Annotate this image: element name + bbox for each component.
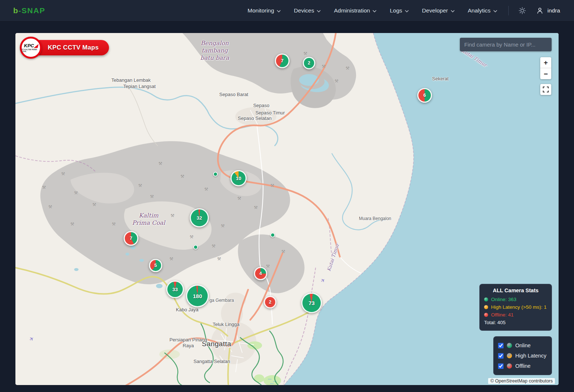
camera-cluster-marker[interactable]: 7 xyxy=(124,231,138,246)
camera-stats-panel: ALL Camera Stats Online: 363 High Latenc… xyxy=(479,284,552,331)
layer-toggle-checkbox[interactable] xyxy=(498,353,504,359)
cluster-count: 7 xyxy=(281,58,284,63)
camera-cluster-marker[interactable]: 180 xyxy=(186,285,209,307)
chevron-down-icon xyxy=(373,10,377,12)
offline-legend-dot xyxy=(507,363,512,369)
zoom-out-button[interactable]: − xyxy=(540,68,551,79)
camera-search xyxy=(460,38,552,51)
theme-toggle-button[interactable] xyxy=(518,7,526,15)
chevron-down-icon xyxy=(277,10,281,12)
cluster-count: 5 xyxy=(155,263,157,268)
legend-label: Online xyxy=(515,342,531,348)
camera-cluster-marker[interactable]: 4 xyxy=(254,267,267,280)
user-icon xyxy=(536,7,544,15)
layer-toggle-checkbox[interactable] xyxy=(498,343,504,348)
stats-row-offline: Offline: 41 xyxy=(484,311,547,319)
chevron-down-icon xyxy=(451,10,455,12)
camera-marker[interactable] xyxy=(193,245,198,250)
camera-cluster-marker[interactable]: 2 xyxy=(303,57,315,69)
cluster-count: 4 xyxy=(259,271,262,276)
camera-cluster-marker[interactable]: 10 xyxy=(230,170,247,186)
nav-item-logs[interactable]: Logs xyxy=(390,7,409,14)
top-nav: b-SNAP Monitoring Devices Administration… xyxy=(0,0,574,21)
stats-title: ALL Camera Stats xyxy=(484,287,547,293)
kpc-logo: KPC◢ PT KALTIM PRIMA COAL xyxy=(20,37,42,59)
online-legend-dot xyxy=(507,343,512,348)
stats-row-latency: High Latency (>50 ms): 1 xyxy=(484,303,547,311)
fullscreen-button[interactable] xyxy=(540,84,551,95)
camera-cluster-marker[interactable]: 2 xyxy=(264,296,276,308)
legend-row-latency: High Latency xyxy=(498,351,547,361)
username: indra xyxy=(548,7,560,14)
cluster-count: 2 xyxy=(308,61,310,66)
layer-toggle-checkbox[interactable] xyxy=(498,363,504,369)
camera-marker[interactable] xyxy=(270,233,275,238)
legend-row-offline: Offline xyxy=(498,361,547,371)
app-logo[interactable]: b-SNAP xyxy=(13,6,45,15)
stats-total: Total: 405 xyxy=(484,319,547,327)
nav-item-administration[interactable]: Administration xyxy=(334,7,377,14)
camera-cluster-marker[interactable]: 73 xyxy=(301,293,322,313)
logo-rest: -SNAP xyxy=(18,6,45,15)
user-menu[interactable]: indra xyxy=(536,7,560,15)
cluster-count: 73 xyxy=(309,300,315,306)
zoom-in-button[interactable]: + xyxy=(540,57,551,68)
map-title[interactable]: KPC CCTV Maps xyxy=(32,40,109,55)
nav-item-analytics[interactable]: Analytics xyxy=(468,7,497,14)
chevron-down-icon xyxy=(317,10,321,12)
sun-icon xyxy=(518,7,526,15)
zoom-controls: + − xyxy=(540,57,551,79)
stats-row-online: Online: 363 xyxy=(484,296,547,303)
logo-b: b xyxy=(13,6,18,15)
camera-cluster-marker[interactable]: 6 xyxy=(417,88,432,103)
camera-cluster-marker[interactable]: 7 xyxy=(275,54,290,68)
kpc-badge: KPC◢ PT KALTIM PRIMA COAL KPC CCTV Maps xyxy=(20,37,109,59)
camera-cluster-marker[interactable]: 5 xyxy=(149,259,162,272)
chevron-down-icon xyxy=(405,10,409,12)
cluster-count: 180 xyxy=(193,293,202,299)
cluster-count: 6 xyxy=(424,93,426,98)
fullscreen-icon xyxy=(543,87,549,92)
layer-legend: OnlineHigh LatencyOffline xyxy=(493,336,552,375)
latency-legend-dot xyxy=(507,353,512,358)
nav-item-developer[interactable]: Developer xyxy=(422,7,455,14)
offline-status-dot xyxy=(484,313,488,317)
chevron-down-icon xyxy=(493,10,497,12)
nav-item-devices[interactable]: Devices xyxy=(294,7,321,14)
legend-label: High Latency xyxy=(515,353,546,359)
latency-status-dot xyxy=(484,305,488,309)
marker-layer: 726103275433180273 xyxy=(15,33,559,385)
map-container[interactable]: ⚒⚒⚒ ⚒⚒⚒ ⚒⚒⚒ ⚒⚒⚒ ⚒⚒⚒ ⚒⚒⚒ ⚒⚒⚒ ⚒⚒⚒ ⚒⚒⚒ ⚒ ✈ … xyxy=(15,33,559,385)
online-status-dot xyxy=(484,297,488,301)
osm-attribution[interactable]: © OpenStreetMap contributors xyxy=(488,378,555,384)
camera-cluster-marker[interactable]: 33 xyxy=(166,281,184,298)
cluster-count: 10 xyxy=(236,176,241,181)
search-input[interactable] xyxy=(460,38,552,51)
cluster-count: 2 xyxy=(269,300,272,305)
cluster-count: 7 xyxy=(130,236,132,241)
camera-marker[interactable] xyxy=(213,172,218,177)
legend-label: Offline xyxy=(515,363,531,369)
legend-row-online: Online xyxy=(498,340,547,351)
cluster-count: 33 xyxy=(172,287,178,292)
nav-divider xyxy=(508,6,509,15)
cluster-count: 32 xyxy=(196,215,202,221)
nav-item-monitoring[interactable]: Monitoring xyxy=(247,7,280,14)
camera-cluster-marker[interactable]: 32 xyxy=(190,208,209,227)
